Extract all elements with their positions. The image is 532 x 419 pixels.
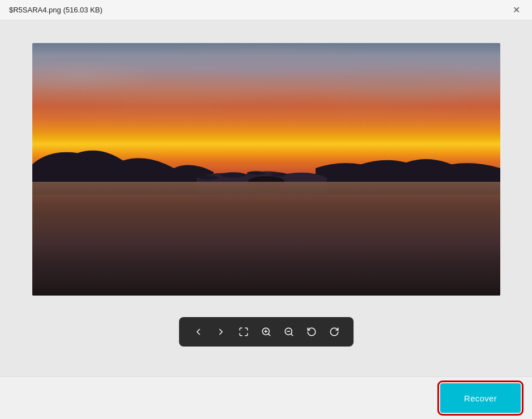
zoom-out-button[interactable] — [279, 322, 299, 342]
zoom-in-button[interactable] — [256, 322, 276, 342]
image-viewer — [32, 43, 500, 296]
prev-button[interactable] — [188, 322, 208, 342]
svg-point-3 — [271, 173, 287, 177]
image-toolbar — [179, 317, 354, 347]
rotate-right-button[interactable] — [324, 322, 344, 342]
close-button[interactable]: ✕ — [509, 3, 523, 17]
svg-point-0 — [198, 175, 218, 179]
water-decoration — [32, 182, 500, 296]
svg-point-2 — [247, 171, 265, 175]
main-content — [0, 20, 532, 419]
fullscreen-button[interactable] — [233, 322, 254, 342]
title-bar: $R5SARA4.png (516.03 KB) ✕ — [0, 0, 532, 20]
window-title: $R5SARA4.png (516.03 KB) — [9, 6, 103, 14]
rotate-left-button[interactable] — [301, 322, 322, 342]
next-button[interactable] — [211, 322, 231, 342]
footer-area: Recover — [0, 377, 532, 419]
recover-button[interactable]: Recover — [440, 383, 521, 413]
svg-line-10 — [291, 334, 292, 335]
svg-line-6 — [268, 334, 270, 335]
preview-image — [32, 43, 500, 296]
svg-point-1 — [221, 172, 246, 177]
